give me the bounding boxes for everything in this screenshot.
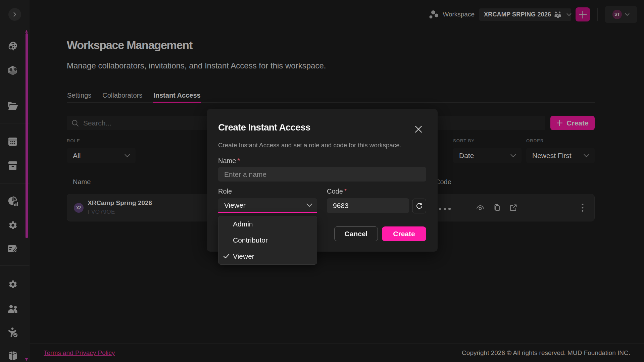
chevron-down-icon [306,203,312,207]
modal-title: Create Instant Access [218,122,426,133]
regenerate-code-button[interactable] [412,199,426,213]
role-option-label: Viewer [233,252,254,260]
refresh-icon [415,202,424,210]
close-icon [415,125,422,133]
role-select-value: Viewer [224,201,246,209]
role-select[interactable]: Viewer [218,198,317,213]
name-input[interactable] [218,167,426,182]
required-asterisk: * [237,157,240,164]
role-option-contributor[interactable]: Contributor [218,232,317,248]
role-dropdown-menu: Admin Contributor Viewer [218,216,317,265]
name-field-label: Name* [218,157,426,165]
role-field-label: Role [218,188,317,195]
cancel-button[interactable]: Cancel [334,226,378,241]
role-option-admin[interactable]: Admin [218,216,317,232]
role-option-label: Contributor [233,236,268,244]
modal-close-button[interactable] [414,125,423,134]
modal-create-button[interactable]: Create [382,226,426,241]
role-option-label: Admin [233,220,253,228]
required-asterisk: * [344,188,347,195]
check-icon [223,253,230,260]
code-input[interactable] [327,198,409,213]
code-field-label: Code* [327,188,409,195]
role-option-viewer[interactable]: Viewer [218,248,317,264]
modal-description: Create Instant Access and set a role and… [218,142,426,149]
